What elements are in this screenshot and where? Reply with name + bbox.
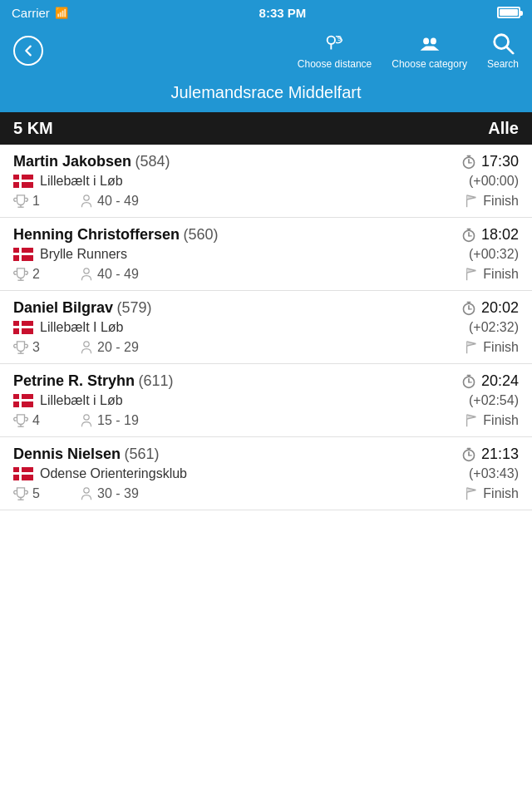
trophy-icon <box>13 194 28 209</box>
denmark-flag-icon <box>13 467 33 480</box>
status-bar: Carrier 📶 8:33 PM <box>0 0 532 25</box>
runner-name: Daniel Bilgrav <box>13 299 113 316</box>
choose-category-button[interactable]: Choose category <box>392 32 467 70</box>
runner-club: Lillebælt I Løb <box>13 320 124 335</box>
runner-club-row: Brylle Runners (+00:32) <box>0 245 532 264</box>
runner-time: 18:02 <box>461 226 519 244</box>
search-button[interactable]: Search <box>487 32 519 70</box>
runner-status-value: Finish <box>483 413 519 428</box>
trophy-icon <box>13 413 28 428</box>
runner-club-row: Lillebælt i Løb (+02:54) <box>0 392 532 410</box>
runner-name: Henning Christoffersen <box>13 226 180 243</box>
runner-time: 21:13 <box>461 446 519 463</box>
runner-block[interactable]: Martin Jakobsen (584) 17:30 Lillebælt i … <box>0 145 532 218</box>
section-distance: 5 KM <box>13 119 53 138</box>
denmark-flag-icon <box>13 175 33 188</box>
runner-delta: (+03:43) <box>469 466 519 481</box>
nav-actions: 9 Choose distance Choose category Search <box>298 32 519 70</box>
runner-delta: (+02:32) <box>469 320 519 335</box>
stopwatch-icon <box>461 447 476 462</box>
runner-rank-value: 1 <box>32 194 40 209</box>
runner-rank: 3 <box>13 340 80 355</box>
nav-bar: 9 Choose distance Choose category Search <box>0 25 532 78</box>
runner-main-row: Martin Jakobsen (584) 17:30 <box>0 145 532 172</box>
runner-time-value: 20:02 <box>481 299 519 317</box>
runner-time: 17:30 <box>461 153 519 170</box>
runner-delta: (+02:54) <box>469 393 519 408</box>
choose-category-label: Choose category <box>392 58 467 70</box>
runner-status: Finish <box>464 486 519 501</box>
runner-name: Dennis Nielsen <box>13 446 121 462</box>
runner-age-value: 40 - 49 <box>97 267 139 282</box>
finish-flag-icon <box>464 413 479 428</box>
status-bar-time: 8:33 PM <box>259 6 307 20</box>
person-icon <box>80 194 93 209</box>
runner-rank-value: 2 <box>32 267 40 282</box>
finish-flag-icon <box>464 267 479 282</box>
runner-status-value: Finish <box>483 267 519 282</box>
person-icon <box>80 486 93 501</box>
runner-name: Martin Jakobsen <box>13 153 131 170</box>
runner-age-value: 20 - 29 <box>97 340 139 355</box>
runner-age-value: 15 - 19 <box>97 413 139 428</box>
runner-status-value: Finish <box>483 194 519 209</box>
person-icon <box>80 340 93 355</box>
runner-club-row: Odense Orienteringsklub (+03:43) <box>0 465 532 483</box>
runner-status: Finish <box>464 194 519 209</box>
runner-delta: (+00:00) <box>469 174 519 189</box>
runner-main-row: Dennis Nielsen (561) 21:13 <box>0 437 532 465</box>
runner-block[interactable]: Henning Christoffersen (560) 18:02 Bryll… <box>0 218 532 291</box>
denmark-flag-icon <box>13 321 33 334</box>
runner-club-name: Lillebælt i Løb <box>40 393 123 408</box>
runner-time: 20:24 <box>461 372 519 390</box>
carrier-label: Carrier <box>12 6 50 20</box>
runner-detail-row: 2 40 - 49 Finish <box>0 264 532 290</box>
runner-name-number: Petrine R. Stryhn (611) <box>13 372 174 390</box>
back-button[interactable] <box>13 36 43 66</box>
stopwatch-icon <box>461 374 476 389</box>
runner-rank-value: 3 <box>32 340 40 355</box>
runner-block[interactable]: Dennis Nielsen (561) 21:13 Odense Orient… <box>0 437 532 510</box>
runner-age-group: 40 - 49 <box>80 267 464 282</box>
runner-rank: 4 <box>13 413 80 428</box>
denmark-flag-icon <box>13 248 33 261</box>
stopwatch-icon <box>461 155 476 170</box>
trophy-icon <box>13 486 28 501</box>
runner-time: 20:02 <box>461 299 519 317</box>
runner-time-value: 21:13 <box>481 446 519 463</box>
runner-time-value: 18:02 <box>481 226 519 244</box>
runner-number: (561) <box>125 446 160 462</box>
trophy-icon <box>13 267 28 282</box>
runner-status-value: Finish <box>483 486 519 501</box>
runner-age-group: 30 - 39 <box>80 486 464 501</box>
status-bar-right <box>497 7 520 18</box>
choose-distance-label: Choose distance <box>298 58 372 70</box>
section-header: 5 KM Alle <box>0 112 532 145</box>
runner-rank-value: 5 <box>32 486 40 501</box>
svg-point-32 <box>84 342 89 347</box>
svg-point-4 <box>430 37 436 44</box>
runner-main-row: Henning Christoffersen (560) 18:02 <box>0 218 532 245</box>
runner-rank: 1 <box>13 194 80 209</box>
runner-name-number: Henning Christoffersen (560) <box>13 226 219 244</box>
svg-point-3 <box>423 37 429 44</box>
runner-number: (560) <box>183 226 218 243</box>
runner-status: Finish <box>464 267 519 282</box>
svg-point-50 <box>84 488 89 493</box>
runner-status: Finish <box>464 413 519 428</box>
runner-status: Finish <box>464 340 519 355</box>
runner-club-name: Odense Orienteringsklub <box>40 466 187 481</box>
runner-time-value: 17:30 <box>481 153 519 170</box>
runner-time-value: 20:24 <box>481 372 519 390</box>
runner-club-name: Lillebælt I Løb <box>40 320 124 335</box>
search-label: Search <box>487 58 519 70</box>
runner-name-number: Dennis Nielsen (561) <box>13 446 160 463</box>
runner-club-name: Lillebælt i Løb <box>40 174 123 189</box>
runner-detail-row: 4 15 - 19 Finish <box>0 410 532 436</box>
runner-name-number: Daniel Bilgrav (579) <box>13 299 152 317</box>
svg-line-6 <box>507 47 513 53</box>
runner-block[interactable]: Petrine R. Stryhn (611) 20:24 Lillebælt … <box>0 364 532 437</box>
runner-block[interactable]: Daniel Bilgrav (579) 20:02 Lillebælt I L… <box>0 291 532 364</box>
choose-distance-button[interactable]: 9 Choose distance <box>298 32 372 70</box>
runner-club-name: Brylle Runners <box>40 247 127 262</box>
